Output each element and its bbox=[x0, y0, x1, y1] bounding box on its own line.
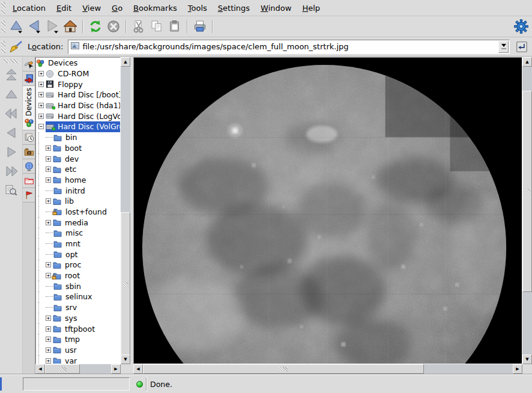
tree-expander-collapsed[interactable]: + bbox=[38, 103, 44, 108]
scroll-down-arrow[interactable]: ▼ bbox=[522, 355, 532, 364]
sidebar-tab-network[interactable] bbox=[23, 159, 35, 174]
paste-button[interactable] bbox=[166, 18, 184, 35]
tree-item-etc[interactable]: +etc bbox=[36, 164, 120, 175]
back-button[interactable] bbox=[25, 18, 43, 35]
tree-item-lib[interactable]: +lib bbox=[36, 196, 120, 207]
tree-item-dev[interactable]: +dev bbox=[36, 153, 120, 164]
sidebar-find-button[interactable] bbox=[2, 181, 21, 200]
forward-button[interactable] bbox=[43, 18, 61, 35]
tree-item-cd-rom[interactable]: +CD-ROM bbox=[36, 69, 120, 79]
tree-expander-collapsed[interactable]: + bbox=[46, 315, 51, 321]
sidebar-scroll-up-button[interactable] bbox=[2, 85, 21, 103]
menubar-drag-handle[interactable] bbox=[1, 2, 5, 14]
sidebar-toolbar-drag-handle[interactable] bbox=[4, 59, 19, 63]
sidebar-scroll-double-up-button[interactable] bbox=[2, 66, 21, 84]
tree-item-opt[interactable]: opt bbox=[36, 249, 120, 260]
print-button[interactable] bbox=[191, 18, 209, 35]
tree-expander-expanded[interactable]: − bbox=[38, 124, 44, 129]
tree-expander-collapsed[interactable]: + bbox=[38, 82, 44, 87]
window-resize-corner[interactable] bbox=[0, 377, 2, 391]
sidebar-fast-forward-button[interactable] bbox=[2, 162, 21, 180]
sidebar-tab-services[interactable] bbox=[23, 188, 35, 203]
menu-location[interactable]: Location bbox=[7, 1, 51, 15]
sidebar-tab-root-folder[interactable] bbox=[23, 174, 35, 188]
tree-expander-collapsed[interactable]: + bbox=[46, 347, 51, 353]
tree-item-srv[interactable]: srv bbox=[36, 302, 120, 313]
tree-item-lost-found[interactable]: lost+found bbox=[36, 207, 120, 218]
menu-help[interactable]: Help bbox=[297, 1, 325, 15]
tree-expander-collapsed[interactable]: + bbox=[38, 114, 44, 119]
tree-item-mnt[interactable]: mnt bbox=[36, 239, 120, 249]
scroll-left-arrow[interactable]: ◀ bbox=[133, 364, 143, 374]
clear-location-button[interactable] bbox=[7, 38, 25, 55]
tree-expander-collapsed[interactable]: + bbox=[46, 326, 51, 332]
location-dropdown-button[interactable] bbox=[498, 41, 509, 53]
location-input[interactable]: file:/usr/share/backgrounds/images/space… bbox=[68, 40, 510, 54]
moon-image[interactable] bbox=[133, 57, 522, 364]
tree-expander-collapsed[interactable]: + bbox=[46, 166, 51, 172]
sidebar-tab-devices[interactable]: Devices bbox=[23, 86, 35, 130]
menu-edit[interactable]: Edit bbox=[51, 1, 77, 15]
tree-item-devices[interactable]: Devices bbox=[36, 58, 120, 69]
tree-item-bin[interactable]: bin bbox=[36, 132, 120, 143]
sidebar-fast-back-button[interactable] bbox=[2, 104, 21, 123]
tree-item-proc[interactable]: +proc bbox=[36, 260, 120, 270]
tree-item-sbin[interactable]: sbin bbox=[36, 281, 120, 291]
menu-settings[interactable]: Settings bbox=[213, 1, 255, 15]
scroll-left-arrow[interactable]: ◀ bbox=[35, 364, 45, 374]
scroll-right-arrow[interactable]: ▶ bbox=[513, 364, 522, 374]
tree-item-hard-disc-boot[interactable]: +Hard Disc [/boot] bbox=[36, 90, 120, 100]
toolbar-drag-handle[interactable] bbox=[1, 20, 5, 32]
tree-item-var[interactable]: +var bbox=[36, 355, 120, 364]
menu-tools[interactable]: Tools bbox=[183, 1, 213, 15]
tree-item-tmp[interactable]: +tmp bbox=[36, 334, 120, 345]
location-url-text[interactable]: file:/usr/share/backgrounds/images/space… bbox=[82, 42, 498, 51]
tree-expander-collapsed[interactable]: + bbox=[46, 198, 51, 204]
sidebar-tab-configure-sidebar[interactable] bbox=[23, 57, 35, 72]
tree-expander-collapsed[interactable]: + bbox=[38, 71, 44, 76]
tree-vertical-scrollbar[interactable]: ▲ ▼ bbox=[121, 57, 130, 364]
tree-expander-collapsed[interactable]: + bbox=[46, 220, 51, 225]
tree-item-tftpboot[interactable]: +tftpboot bbox=[36, 323, 120, 334]
stop-button[interactable] bbox=[104, 18, 122, 35]
tree-expander-collapsed[interactable]: + bbox=[46, 262, 51, 267]
tree-item-hard-disc-volgrou[interactable]: −Hard Disc (VolGrou bbox=[36, 121, 120, 132]
reload-button[interactable] bbox=[86, 18, 104, 35]
sidebar-tab-bookmarks[interactable] bbox=[23, 72, 35, 86]
view-horizontal-scrollbar[interactable]: ◀ ▶ bbox=[133, 364, 522, 374]
tree-item-home[interactable]: +home bbox=[36, 175, 120, 186]
tree-expander-collapsed[interactable]: + bbox=[46, 337, 51, 342]
tree-item-boot[interactable]: +boot bbox=[36, 143, 120, 154]
konqueror-logo-button[interactable] bbox=[512, 18, 530, 35]
location-toolbar-drag-handle[interactable] bbox=[1, 41, 5, 53]
view-vertical-scrollbar[interactable]: ▲ ▼ bbox=[522, 57, 532, 364]
up-button[interactable] bbox=[7, 18, 25, 35]
scroll-up-arrow[interactable]: ▲ bbox=[522, 57, 532, 67]
tree-item-hard-disc-hda1[interactable]: +Hard Disc (hda1) [/ bbox=[36, 100, 120, 111]
tree-expander-collapsed[interactable]: + bbox=[46, 177, 51, 183]
menu-go[interactable]: Go bbox=[106, 1, 128, 15]
sidebar-tab-history[interactable] bbox=[23, 130, 35, 145]
scroll-up-arrow[interactable]: ▲ bbox=[121, 57, 130, 67]
home-button[interactable] bbox=[61, 18, 79, 35]
tree-item-sys[interactable]: +sys bbox=[36, 313, 120, 324]
tree-expander-collapsed[interactable]: + bbox=[38, 92, 44, 97]
view-hscroll-thumb[interactable] bbox=[143, 364, 424, 374]
copy-button[interactable] bbox=[148, 18, 166, 35]
menu-view[interactable]: View bbox=[77, 1, 106, 15]
tree-item-selinux[interactable]: selinux bbox=[36, 291, 120, 302]
tree-item-initrd[interactable]: initrd bbox=[36, 185, 120, 196]
tree-item-misc[interactable]: misc bbox=[36, 228, 120, 239]
tree-expander-collapsed[interactable]: + bbox=[46, 358, 51, 364]
tree-item-floppy[interactable]: +Floppy bbox=[36, 79, 120, 90]
tree-expander-collapsed[interactable]: + bbox=[46, 156, 51, 162]
sidebar-tab-home-folder[interactable] bbox=[23, 145, 35, 159]
scroll-down-arrow[interactable]: ▼ bbox=[121, 355, 130, 364]
tree-expander-collapsed[interactable]: + bbox=[46, 273, 51, 278]
view-vscroll-thumb[interactable] bbox=[522, 91, 532, 292]
sidebar-forward-button[interactable] bbox=[2, 142, 21, 161]
menu-window[interactable]: Window bbox=[255, 1, 297, 15]
tree-expander-collapsed[interactable]: + bbox=[46, 145, 51, 151]
tree-item-media[interactable]: +media bbox=[36, 217, 120, 228]
go-button[interactable] bbox=[514, 39, 530, 55]
